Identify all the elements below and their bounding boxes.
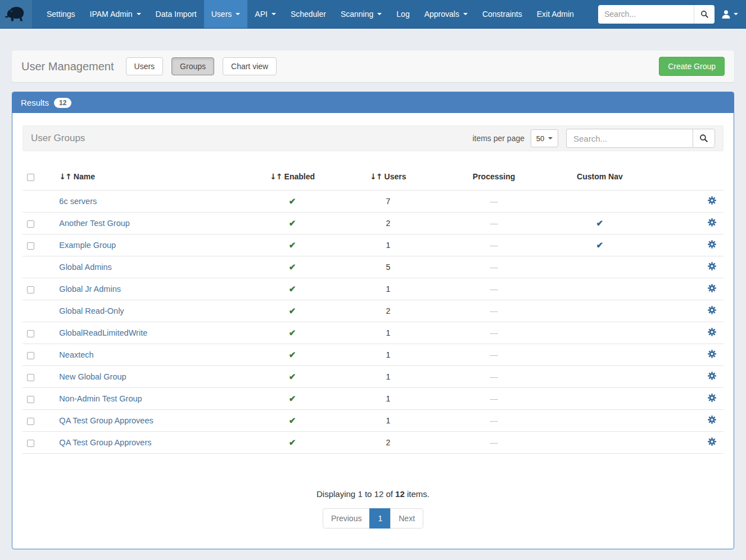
gear-icon[interactable] xyxy=(708,350,716,358)
group-name-link[interactable]: Example Group xyxy=(59,241,116,250)
nav-item-ipam-admin[interactable]: IPAM Admin xyxy=(83,0,148,28)
navbar-search-input[interactable] xyxy=(598,5,694,24)
gear-icon[interactable] xyxy=(708,306,716,314)
pagination-next[interactable]: Next xyxy=(390,508,423,529)
column-label: Users xyxy=(385,172,406,181)
table-row: Another Test Group ✔ 2 — ✔ xyxy=(22,213,724,234)
select-all-checkbox[interactable] xyxy=(27,174,34,181)
nav-item-users[interactable]: Users xyxy=(204,0,248,28)
group-name-cell: Global Jr Admins xyxy=(55,278,248,300)
nav-item-settings[interactable]: Settings xyxy=(39,0,83,28)
row-checkbox[interactable] xyxy=(27,220,34,228)
gear-icon[interactable] xyxy=(708,394,716,402)
processing-value: — xyxy=(440,256,548,278)
table-search-input[interactable] xyxy=(566,129,693,148)
row-checkbox[interactable] xyxy=(27,440,34,447)
column-header-custom-nav[interactable]: Custom Nav xyxy=(548,166,652,191)
page-header-bar: User Management UsersGroupsChart view Cr… xyxy=(12,51,734,82)
nav-item-scanning[interactable]: Scanning xyxy=(333,0,389,28)
enabled-check-icon: ✔ xyxy=(289,394,296,403)
row-checkbox-cell xyxy=(22,322,55,344)
custom-nav-cell xyxy=(548,410,652,432)
row-actions-cell xyxy=(652,366,724,388)
top-navbar: Settings IPAM Admin Data Import Users AP… xyxy=(0,0,746,29)
row-checkbox[interactable] xyxy=(27,396,34,403)
users-count: 2 xyxy=(336,300,440,322)
gear-icon[interactable] xyxy=(708,218,716,227)
nav-item-data-import[interactable]: Data Import xyxy=(148,0,204,28)
results-summary: Displaying 1 to 12 of 12 items. xyxy=(22,489,724,499)
results-panel: Results 12 User Groups items per page 50 xyxy=(12,92,734,549)
group-name-link[interactable]: Another Test Group xyxy=(59,219,129,228)
items-per-page-select[interactable]: 50 xyxy=(531,129,558,147)
row-checkbox[interactable] xyxy=(27,418,34,425)
column-header-processing[interactable]: Processing xyxy=(440,166,548,191)
gear-icon[interactable] xyxy=(708,372,716,380)
group-name-link[interactable]: Global Admins xyxy=(59,263,112,272)
row-checkbox[interactable] xyxy=(27,330,34,337)
gear-icon[interactable] xyxy=(708,240,716,249)
group-name-link[interactable]: 6c servers xyxy=(59,197,97,206)
column-header-name[interactable]: ↓↑Name xyxy=(55,166,248,191)
nav-item-label: API xyxy=(255,10,268,19)
row-checkbox[interactable] xyxy=(27,374,34,381)
gear-icon[interactable] xyxy=(708,196,716,205)
users-count: 7 xyxy=(336,191,440,213)
group-name-link[interactable]: QA Test Group Approvers xyxy=(59,438,151,447)
users-count: 1 xyxy=(336,322,440,344)
nav-item-scheduler[interactable]: Scheduler xyxy=(283,0,333,28)
column-header-users[interactable]: ↓↑Users xyxy=(336,166,440,191)
nav-item-api[interactable]: API xyxy=(247,0,283,28)
processing-value: — xyxy=(440,300,548,322)
summary-total: 12 xyxy=(395,489,405,499)
enabled-cell: ✔ xyxy=(249,256,336,278)
column-label: Processing xyxy=(473,172,515,181)
gear-icon[interactable] xyxy=(708,328,716,336)
items-per-page-label: items per page xyxy=(472,134,525,143)
create-group-button[interactable]: Create Group xyxy=(659,57,725,76)
row-checkbox[interactable] xyxy=(27,352,34,359)
table-row: Non-Admin Test Group ✔ 1 — xyxy=(22,388,724,410)
gear-icon[interactable] xyxy=(708,284,716,292)
column-header-enabled[interactable]: ↓↑Enabled xyxy=(249,166,336,191)
app-logo[interactable] xyxy=(0,0,32,28)
enabled-cell: ✔ xyxy=(249,410,336,432)
group-name-link[interactable]: Global Jr Admins xyxy=(59,284,121,293)
user-account-menu[interactable] xyxy=(721,10,738,19)
pagination-page-1[interactable]: 1 xyxy=(369,508,391,529)
processing-value: — xyxy=(440,213,548,234)
table-row: Example Group ✔ 1 — ✔ xyxy=(22,234,724,256)
row-checkbox[interactable] xyxy=(27,286,34,293)
view-button-chart-view[interactable]: Chart view xyxy=(223,57,277,75)
group-name-link[interactable]: Non-Admin Test Group xyxy=(59,394,142,403)
gear-icon[interactable] xyxy=(708,437,716,446)
nav-item-constraints[interactable]: Constraints xyxy=(475,0,530,28)
group-name-link[interactable]: GlobalReadLimitedWrite xyxy=(59,328,147,337)
table-row: New Global Group ✔ 1 — xyxy=(22,366,724,388)
table-search-button[interactable] xyxy=(693,129,715,148)
gear-icon[interactable] xyxy=(708,262,716,270)
caret-down-icon xyxy=(734,13,738,15)
row-checkbox-cell xyxy=(22,388,55,410)
group-name-link[interactable]: Neaxtech xyxy=(59,350,93,359)
gear-icon[interactable] xyxy=(708,416,716,424)
nav-item-approvals[interactable]: Approvals xyxy=(417,0,475,28)
group-name-link[interactable]: Global Read-Only xyxy=(59,306,124,315)
nav-item-exit-admin[interactable]: Exit Admin xyxy=(530,0,581,28)
caret-down-icon xyxy=(137,13,141,15)
nav-item-log[interactable]: Log xyxy=(389,0,417,28)
view-button-users[interactable]: Users xyxy=(126,57,164,75)
nav-item-label: Approvals xyxy=(424,10,459,19)
group-name-cell: Example Group xyxy=(55,234,248,256)
row-checkbox-cell xyxy=(22,278,55,300)
table-row: Neaxtech ✔ 1 — xyxy=(22,344,724,366)
navbar-search-button[interactable] xyxy=(694,5,715,24)
view-button-groups[interactable]: Groups xyxy=(171,57,214,75)
table-row: 6c servers ✔ 7 — xyxy=(22,191,724,213)
group-name-link[interactable]: QA Test Group Approvees xyxy=(59,416,153,425)
row-checkbox[interactable] xyxy=(27,242,34,250)
pagination-previous[interactable]: Previous xyxy=(323,508,370,529)
group-name-cell: GlobalReadLimitedWrite xyxy=(55,322,248,344)
group-name-cell: QA Test Group Approvers xyxy=(55,432,248,454)
group-name-link[interactable]: New Global Group xyxy=(59,372,126,381)
